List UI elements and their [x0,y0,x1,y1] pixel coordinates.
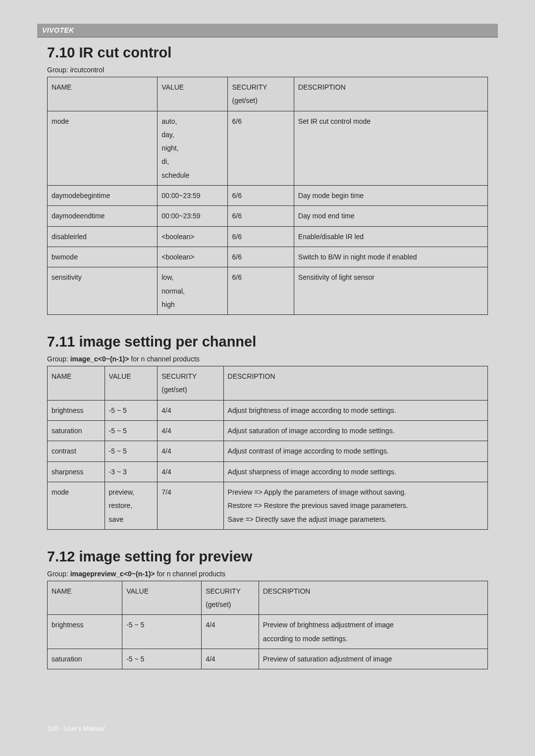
group-line-711: Group: image_c<0~(n-1)> for n channel pr… [47,355,488,363]
cell-value: <boolean> [158,226,228,247]
cell-security: 6/6 [228,226,294,247]
table-row: mode preview,restore,save 7/4 Preview =>… [48,482,488,529]
group-suffix: for n channel products [129,355,199,363]
cell-desc: Day mod end time [294,206,487,226]
cell-name: daymodebegintime [48,186,158,206]
cell-desc: Set IR cut control mode [294,111,487,185]
cell-value: <boolean> [158,247,228,267]
cell-name: mode [48,111,158,185]
group-bold: image_c<0~(n-1)> [70,355,129,363]
cell-security: 4/4 [158,441,223,461]
cell-name: mode [48,482,105,529]
table-header-row: NAME VALUE SECURITY(get/set) DESCRIPTION [48,366,488,401]
cell-security: 7/4 [158,482,223,529]
cell-security: 6/6 [228,206,294,226]
table-row: mode auto,day,night,di,schedule 6/6 Set … [48,111,488,185]
cell-name: saturation [48,649,122,669]
group-suffix: for n channel products [155,570,225,578]
group-suffix: ircutcontrol [70,66,104,74]
cell-desc: Preview of saturation adjustment of imag… [259,649,487,669]
cell-security: 6/6 [228,111,294,185]
table-row: daymodebegintime 00:00~23:59 6/6 Day mod… [48,186,488,206]
cell-security: 4/4 [158,400,223,420]
cell-name: bwmode [48,247,158,267]
cell-desc: Day mode begin time [294,186,487,206]
section-heading-711: 7.11 image setting per channel [47,334,488,350]
cell-value: -5 ~ 5 [105,421,158,441]
cell-value: 00:00~23:59 [158,206,228,226]
cell-security: 6/6 [228,247,294,267]
section-heading-712: 7.12 image setting for preview [47,549,488,565]
table-row: brightness -5 ~ 5 4/4 Adjust brightness … [48,400,488,420]
cell-desc: Sensitivity of light sensor [294,267,487,315]
col-name: NAME [48,77,158,111]
cell-desc: Preview => Apply the parameters of image… [223,482,487,529]
cell-security: 6/6 [228,267,294,315]
cell-desc: Adjust brightness of image according to … [223,400,487,420]
col-security: SECURITY(get/set) [202,581,259,615]
cell-value: low,normal,high [158,267,228,315]
col-description: DESCRIPTION [294,77,487,111]
group-prefix: Group: [47,66,70,74]
table-row: brightness -5 ~ 5 4/4 Preview of brightn… [48,615,488,649]
table-header-row: NAME VALUE SECURITY(get/set) DESCRIPTION [48,581,488,615]
cell-name: saturation [48,421,105,441]
col-description: DESCRIPTION [223,366,487,401]
col-security: SECURITY(get/set) [158,366,223,401]
cell-desc: Adjust contrast of image according to mo… [223,441,487,461]
cell-value: 00:00~23:59 [158,186,228,206]
cell-value: -5 ~ 5 [105,400,158,420]
cell-name: contrast [48,441,105,461]
cell-name: disableirled [48,226,158,247]
cell-desc: Adjust saturation of image according to … [223,421,487,441]
table-row: sensitivity low,normal,high 6/6 Sensitiv… [48,267,488,315]
group-line-710: Group: ircutcontrol [47,66,488,74]
group-line-712: Group: imagepreview_c<0~(n-1)> for n cha… [47,570,488,578]
group-prefix: Group: [47,570,70,578]
cell-security: 4/4 [158,421,223,441]
section-heading-710: 7.10 IR cut control [47,45,488,61]
table-row: disableirled <boolean> 6/6 Enable/disabl… [48,226,488,247]
page-footer: 120 - User's Manual [47,725,105,732]
cell-security: 6/6 [228,186,294,206]
col-name: NAME [48,581,122,615]
cell-name: sharpness [48,461,105,482]
table-row: daymodeendtime 00:00~23:59 6/6 Day mod e… [48,206,488,226]
cell-value: -5 ~ 5 [122,649,202,669]
brand-text: VIVOTEK [42,26,74,34]
col-description: DESCRIPTION [259,581,487,615]
table-row: contrast -5 ~ 5 4/4 Adjust contrast of i… [48,441,488,461]
table-710: NAME VALUE SECURITY(get/set) DESCRIPTION… [47,77,488,315]
brand-header: VIVOTEK [37,24,498,38]
table-711: NAME VALUE SECURITY(get/set) DESCRIPTION… [47,366,488,530]
col-value: VALUE [105,366,158,401]
cell-value: auto,day,night,di,schedule [158,111,228,185]
col-value: VALUE [122,581,202,615]
table-row: saturation -5 ~ 5 4/4 Preview of saturat… [48,649,488,669]
table-row: sharpness -3 ~ 3 4/4 Adjust sharpness of… [48,461,488,482]
cell-value: -5 ~ 5 [122,615,202,649]
table-row: saturation -5 ~ 5 4/4 Adjust saturation … [48,421,488,441]
cell-desc: Adjust sharpness of image according to m… [223,461,487,482]
cell-name: sensitivity [48,267,158,315]
page-content: 7.10 IR cut control Group: ircutcontrol … [47,45,488,711]
cell-value: -3 ~ 3 [105,461,158,482]
table-header-row: NAME VALUE SECURITY(get/set) DESCRIPTION [48,77,488,111]
cell-security: 4/4 [202,615,259,649]
table-row: bwmode <boolean> 6/6 Switch to B/W in ni… [48,247,488,267]
col-security: SECURITY(get/set) [228,77,294,111]
cell-value: preview,restore,save [105,482,158,529]
cell-name: brightness [48,400,105,420]
group-prefix: Group: [47,355,70,363]
group-bold: imagepreview_c<0~(n-1)> [70,570,155,578]
cell-name: daymodeendtime [48,206,158,226]
cell-desc: Switch to B/W in night mode if enabled [294,247,487,267]
cell-name: brightness [48,615,122,649]
table-712: NAME VALUE SECURITY(get/set) DESCRIPTION… [47,581,488,669]
cell-desc: Preview of brightness adjustment of imag… [259,615,487,649]
cell-security: 4/4 [158,461,223,482]
cell-security: 4/4 [202,649,259,669]
cell-value: -5 ~ 5 [105,441,158,461]
col-name: NAME [48,366,105,401]
cell-desc: Enable/disable IR led [294,226,487,247]
